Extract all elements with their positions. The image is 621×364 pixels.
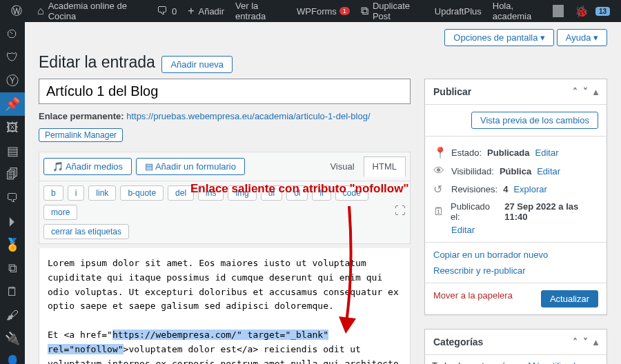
duplicate-post[interactable]: ⧉Duplicate Post — [355, 0, 429, 22]
avatar — [553, 5, 564, 17]
my-account[interactable]: Hola, academia — [487, 0, 569, 22]
wpforms-menu[interactable]: WPForms1 — [291, 0, 355, 22]
wp-logo[interactable]: Ⓦ — [6, 0, 32, 22]
admin-bar: Ⓦ ⌂Academia online de Cocina 🗨0 +Añadir … — [0, 0, 621, 22]
comments-bubble[interactable]: 🗨0 — [151, 0, 182, 22]
add-new[interactable]: +Añadir — [182, 0, 230, 22]
query-monitor[interactable]: 🐞13 — [569, 0, 615, 22]
site-name[interactable]: ⌂Academia online de Cocina — [32, 0, 151, 22]
updraftplus[interactable]: UpdraftPlus — [429, 0, 487, 22]
view-post[interactable]: Ver la entrada — [230, 0, 291, 22]
